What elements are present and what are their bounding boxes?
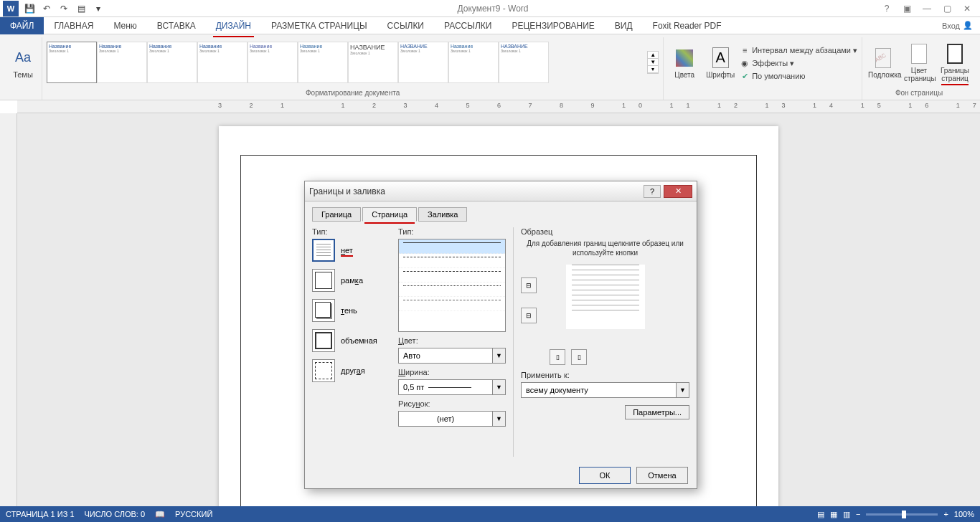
theme-thumb[interactable]: НазваниеЗаголовок 1 <box>147 42 197 83</box>
watermark-button[interactable]: ABC Подложка <box>867 45 900 80</box>
status-page[interactable]: СТРАНИЦА 1 ИЗ 1 <box>6 510 75 518</box>
chevron-down-icon[interactable]: ▼ <box>676 383 689 397</box>
width-value: 0,5 пт <box>399 380 492 394</box>
style-item[interactable] <box>399 268 505 283</box>
tab-review[interactable]: РЕЦЕНЗИРОВАНИЕ <box>501 18 604 34</box>
ruler-horizontal[interactable]: 3 2 1 1 2 3 4 5 6 7 8 9 10 11 12 13 14 1… <box>17 100 980 113</box>
style-item[interactable] <box>399 239 505 254</box>
type-column: Тип: нет рамка тень объемная <box>312 227 391 457</box>
borders-dialog: Границы и заливка ? ✕ Граница Страница З… <box>304 181 697 489</box>
chevron-down-icon[interactable]: ▼ <box>492 380 505 394</box>
zoom-slider[interactable] <box>866 513 938 516</box>
theme-thumb[interactable]: НАЗВАНИЕЗаголовок 1 <box>348 42 398 83</box>
view-read-icon[interactable]: ▤ <box>817 510 824 519</box>
chevron-down-icon[interactable]: ▼ <box>492 348 505 363</box>
save-icon[interactable]: 💾 <box>22 1 37 16</box>
ruler-vertical[interactable] <box>0 113 17 506</box>
theme-thumb[interactable]: НазваниеЗаголовок 1 <box>248 42 298 83</box>
tab-menu[interactable]: Меню <box>103 18 146 34</box>
colors-button[interactable]: Цвета <box>668 45 701 80</box>
default-label: По умолчанию <box>752 72 805 80</box>
page-borders-button[interactable]: Границы страниц <box>938 41 971 84</box>
theme-thumb[interactable]: НазваниеЗаголовок 1 <box>298 42 348 83</box>
type-3d-icon <box>312 329 335 352</box>
tab-mailings[interactable]: РАССЫЛКИ <box>434 18 501 34</box>
effects-button[interactable]: ◉Эффекты▾ <box>740 57 857 69</box>
theme-thumb[interactable]: НАЗВАНИЕЗаголовок 1 <box>398 42 448 83</box>
theme-gallery[interactable]: НазваниеЗаголовок 1 НазваниеЗаголовок 1 … <box>47 42 644 83</box>
params-button[interactable]: Параметры... <box>625 405 689 419</box>
ribbon-toggle-icon[interactable]: ▣ <box>900 4 914 14</box>
dialog-tab-page[interactable]: Страница <box>362 207 417 222</box>
status-lang[interactable]: РУССКИЙ <box>175 510 212 518</box>
width-combo[interactable]: 0,5 пт ▼ <box>398 379 506 395</box>
preview-page[interactable] <box>566 265 645 329</box>
qat-dropdown-icon[interactable]: ▾ <box>90 1 106 16</box>
dialog-close-icon[interactable]: ✕ <box>664 185 692 198</box>
dialog-titlebar[interactable]: Границы и заливка ? ✕ <box>305 181 697 201</box>
chevron-down-icon[interactable]: ▼ <box>492 412 505 426</box>
status-words[interactable]: ЧИСЛО СЛОВ: 0 <box>85 510 146 518</box>
art-combo[interactable]: (нет) ▼ <box>398 411 506 427</box>
tab-view[interactable]: ВИД <box>605 18 643 34</box>
view-web-icon[interactable]: ▥ <box>843 510 850 519</box>
apply-combo[interactable]: всему документу ▼ <box>521 382 689 398</box>
default-button[interactable]: ✔По умолчанию <box>740 70 857 82</box>
tab-layout[interactable]: РАЗМЕТКА СТРАНИЦЫ <box>261 18 377 34</box>
style-item[interactable] <box>399 297 505 311</box>
ok-button[interactable]: ОК <box>579 467 631 484</box>
zoom-out-icon[interactable]: − <box>856 510 860 518</box>
cancel-button[interactable]: Отмена <box>636 467 688 484</box>
gallery-more-icon[interactable]: ▾ <box>648 66 658 73</box>
tab-design[interactable]: ДИЗАЙН <box>206 18 261 34</box>
spacing-button[interactable]: ≡Интервал между абзацами▾ <box>740 44 857 56</box>
style-item[interactable] <box>399 283 505 297</box>
edge-middle-button[interactable]: ⊟ <box>521 308 537 323</box>
edge-top-button[interactable]: ⊟ <box>521 277 537 293</box>
theme-thumb[interactable]: НазваниеЗаголовок 1 <box>97 42 147 83</box>
theme-thumb[interactable]: НазваниеЗаголовок 1 <box>197 42 248 83</box>
theme-thumb[interactable]: НазваниеЗаголовок 1 <box>47 42 97 83</box>
gallery-down-icon[interactable]: ▼ <box>648 59 658 66</box>
type-box[interactable]: рамка <box>312 269 391 292</box>
style-item[interactable] <box>399 254 505 268</box>
theme-thumb[interactable]: НАЗВАНИЕЗаголовок 1 <box>499 42 549 83</box>
tab-foxit[interactable]: Foxit Reader PDF <box>643 18 732 34</box>
dialog-tab-shading[interactable]: Заливка <box>418 207 467 222</box>
theme-thumb[interactable]: НазваниеЗаголовок 1 <box>448 42 499 83</box>
preview-label: Образец <box>521 227 689 236</box>
type-none[interactable]: нет <box>312 239 391 262</box>
tab-home[interactable]: ГЛАВНАЯ <box>44 18 103 34</box>
edge-right-button[interactable]: ▯ <box>571 349 587 365</box>
tab-references[interactable]: ССЫЛКИ <box>377 18 434 34</box>
dialog-help-icon[interactable]: ? <box>644 185 661 198</box>
color-combo[interactable]: Авто ▼ <box>398 348 506 364</box>
view-print-icon[interactable]: ▦ <box>830 510 837 519</box>
type-custom[interactable]: другая <box>312 359 391 382</box>
themes-button[interactable]: Aa Темы <box>9 46 37 79</box>
type-3d[interactable]: объемная <box>312 329 391 352</box>
help-icon[interactable]: ? <box>880 4 894 14</box>
undo-icon[interactable]: ↶ <box>39 1 55 16</box>
dialog-tab-border[interactable]: Граница <box>312 207 361 222</box>
page-bg-label: Фон страницы <box>895 87 943 100</box>
new-doc-icon[interactable]: ▤ <box>73 1 89 16</box>
close-icon[interactable]: ✕ <box>960 4 974 14</box>
type-shadow[interactable]: тень <box>312 299 391 322</box>
zoom-value[interactable]: 100% <box>954 510 974 518</box>
spacing-icon: ≡ <box>740 45 750 55</box>
minimize-icon[interactable]: — <box>920 4 934 14</box>
maximize-icon[interactable]: ▢ <box>940 4 954 14</box>
tab-insert[interactable]: ВСТАВКА <box>147 18 206 34</box>
login-link[interactable]: Вход 👤 <box>942 21 980 30</box>
style-column: Тип: Цвет: Авто ▼ Ширина: 0,5 пт ▼ <box>398 227 506 457</box>
edge-left-button[interactable]: ▯ <box>550 349 565 365</box>
zoom-in-icon[interactable]: + <box>943 510 948 518</box>
gallery-up-icon[interactable]: ▲ <box>648 52 658 59</box>
page-color-button[interactable]: Цвет страницы <box>903 41 936 84</box>
style-list[interactable] <box>398 239 506 332</box>
tab-file[interactable]: ФАЙЛ <box>0 17 44 34</box>
status-proofing-icon[interactable]: 📖 <box>155 510 165 519</box>
fonts-button[interactable]: A Шрифты <box>704 45 737 80</box>
redo-icon[interactable]: ↷ <box>56 1 72 16</box>
